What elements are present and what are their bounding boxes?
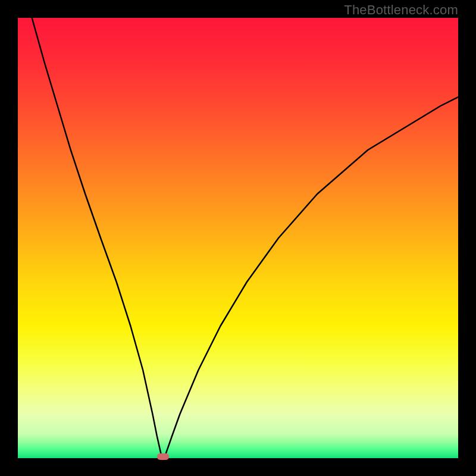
chart-svg — [18, 18, 458, 458]
chart-frame — [18, 18, 458, 458]
minimum-marker — [157, 453, 169, 460]
chart-background-gradient — [18, 18, 458, 458]
watermark-text: TheBottleneck.com — [344, 2, 458, 18]
